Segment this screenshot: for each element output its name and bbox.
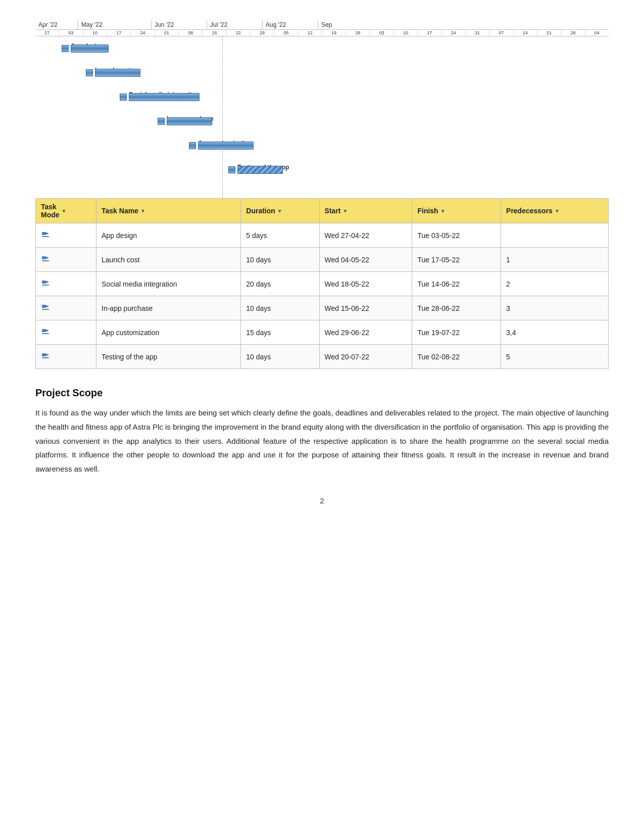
task-mode-icon-6 [41, 351, 51, 361]
td-name-1: App design [96, 223, 241, 248]
day-12: 12 [299, 30, 322, 36]
table-row: Social media integration 20 days Wed 18-… [36, 272, 609, 296]
th-duration[interactable]: Duration ▼ [241, 199, 319, 223]
task-mode-icon-3 [41, 278, 51, 288]
day-08: 08 [179, 30, 203, 36]
table-row: App design 5 days Wed 27-04-22 Tue 03-05… [36, 223, 609, 248]
th-start-arrow: ▼ [343, 208, 348, 214]
project-scope-heading: Project Scope [35, 387, 609, 399]
day-01: 01 [155, 30, 179, 36]
svg-rect-17 [42, 357, 49, 358]
th-task-name[interactable]: Task Name ▼ [96, 199, 241, 223]
day-22: 22 [227, 30, 251, 36]
bar-small-2 [86, 69, 93, 76]
page-number: 2 [35, 496, 609, 505]
day-04: 04 [585, 30, 609, 36]
month-apr: Apr '22 [35, 20, 78, 29]
td-mode-2 [36, 248, 96, 272]
day-15: 15 [203, 30, 226, 36]
th-predecessors-arrow: ▼ [555, 208, 560, 214]
td-duration-4: 10 days [241, 296, 319, 320]
svg-rect-6 [42, 281, 45, 284]
td-finish-1: Tue 03-05-22 [412, 223, 501, 248]
gantt-row-6: Testing of the app [35, 158, 609, 182]
bar-small-3 [120, 94, 127, 101]
td-finish-4: Tue 28-06-22 [412, 296, 501, 320]
day-07: 07 [489, 30, 513, 36]
th-duration-label: Duration [246, 207, 275, 215]
day-03: 03 [59, 30, 83, 36]
th-duration-arrow: ▼ [277, 208, 282, 214]
svg-rect-11 [42, 309, 49, 310]
td-finish-3: Tue 14-06-22 [412, 272, 501, 296]
table-row: App customization 15 days Wed 29-06-22 T… [36, 320, 609, 345]
bar-1 [71, 44, 109, 53]
td-pred-2: 1 [501, 248, 609, 272]
td-name-5: App customization [96, 320, 241, 345]
svg-rect-9 [42, 305, 45, 308]
svg-rect-3 [42, 256, 45, 259]
task-mode-icon-4 [41, 302, 51, 312]
td-pred-6: 5 [501, 345, 609, 369]
day-29: 29 [251, 30, 274, 36]
day-10b: 10 [394, 30, 418, 36]
td-start-2: Wed 04-05-22 [319, 248, 412, 272]
bar-4 [167, 117, 212, 125]
svg-marker-13 [45, 329, 49, 332]
td-duration-1: 5 days [241, 223, 319, 248]
th-finish-arrow: ▼ [440, 208, 445, 214]
th-finish-label: Finish [417, 207, 438, 215]
th-start[interactable]: Start ▼ [319, 199, 412, 223]
svg-marker-1 [45, 232, 49, 235]
th-task-mode[interactable]: TaskMode ▼ [36, 199, 96, 223]
td-start-6: Wed 20-07-22 [319, 345, 412, 369]
td-start-1: Wed 27-04-22 [319, 223, 412, 248]
th-predecessors-label: Predecessors [506, 207, 553, 215]
gantt-row-1: App design [35, 36, 609, 61]
gantt-chart: Apr '22 May '22 Jun '22 Jul '22 Aug '22 … [35, 20, 609, 198]
task-table: TaskMode ▼ Task Name ▼ Duration ▼ Start [35, 198, 609, 369]
td-duration-5: 15 days [241, 320, 319, 345]
day-03b: 03 [370, 30, 394, 36]
day-26: 26 [346, 30, 370, 36]
gantt-days-row: 27 03 10 17 24 01 08 15 22 29 05 12 19 2… [35, 30, 609, 36]
bar-6 [237, 166, 283, 174]
td-name-3: Social media integration [96, 272, 241, 296]
project-scope-section: Project Scope It is found as the way und… [35, 387, 609, 476]
month-may: May '22 [78, 20, 152, 29]
td-duration-3: 20 days [241, 272, 319, 296]
svg-marker-4 [45, 256, 49, 259]
th-start-label: Start [325, 207, 341, 215]
table-row: In-app purchase 10 days Wed 15-06-22 Tue… [36, 296, 609, 320]
day-05: 05 [274, 30, 298, 36]
td-finish-6: Tue 02-08-22 [412, 345, 501, 369]
th-finish[interactable]: Finish ▼ [412, 199, 501, 223]
day-17: 17 [107, 30, 131, 36]
svg-rect-2 [42, 236, 49, 237]
bar-2 [95, 69, 140, 77]
td-mode-5 [36, 320, 96, 345]
table-row: Testing of the app 10 days Wed 20-07-22 … [36, 345, 609, 369]
month-jun: Jun '22 [152, 20, 207, 29]
month-aug: Aug '22 [263, 20, 318, 29]
day-19: 19 [322, 30, 346, 36]
th-task-name-arrow: ▼ [140, 208, 145, 214]
bar-small-6 [228, 166, 235, 173]
day-10: 10 [83, 30, 107, 36]
task-mode-icon-2 [41, 254, 51, 264]
td-finish-2: Tue 17-05-22 [412, 248, 501, 272]
bar-3 [129, 93, 200, 101]
td-mode-1 [36, 223, 96, 248]
svg-rect-8 [42, 285, 49, 286]
th-predecessors[interactable]: Predecessors ▼ [501, 199, 609, 223]
svg-marker-7 [45, 281, 49, 284]
svg-rect-0 [42, 232, 45, 235]
td-name-6: Testing of the app [96, 345, 241, 369]
page-number-value: 2 [320, 496, 324, 505]
svg-marker-16 [45, 353, 49, 356]
table-row: Launch cost 10 days Wed 04-05-22 Tue 17-… [36, 248, 609, 272]
gantt-chart-body: App design Launch cost Social media inte… [35, 36, 609, 198]
svg-rect-5 [42, 260, 49, 261]
month-sep: Sep [318, 20, 609, 29]
th-task-mode-label: TaskMode [41, 203, 60, 219]
